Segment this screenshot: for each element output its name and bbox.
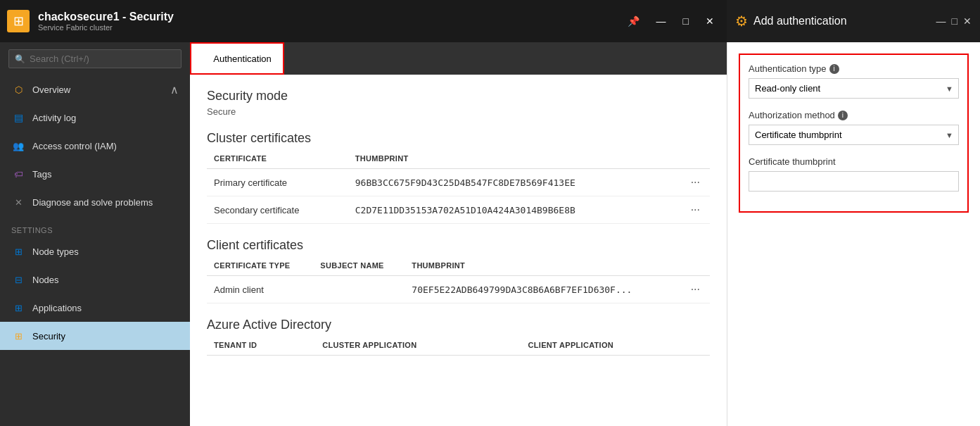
sidebar-item-diagnose-label: Diagnose and solve problems: [32, 197, 153, 208]
sidebar-item-tags-label: Tags: [32, 169, 51, 180]
client-certificates-section: Client certificates CERTIFICATE TYPE SUB…: [207, 238, 710, 303]
right-panel-body: Authentication type i Read-only client A…: [727, 42, 980, 426]
window-title: chackosecure1 - Security: [38, 11, 174, 23]
security-mode-section: Security mode Secure: [207, 89, 710, 117]
access-control-icon: 👥: [11, 139, 25, 153]
secondary-cert-label: Secondary certificate: [207, 196, 348, 224]
minimize-button[interactable]: —: [651, 13, 672, 30]
right-panel: Authentication type i Read-only client A…: [727, 42, 980, 426]
search-input[interactable]: [30, 54, 175, 64]
sidebar-item-diagnose[interactable]: ✕ Diagnose and solve problems: [0, 188, 190, 216]
search-icon: 🔍: [15, 54, 25, 64]
left-titlebar: ⊞ chackosecure1 - Security Service Fabri…: [0, 0, 727, 42]
sidebar-item-nodes-label: Nodes: [32, 275, 59, 285]
cluster-cert-title: Cluster certificates: [207, 131, 710, 146]
sidebar-item-node-types-label: Node types: [32, 246, 79, 257]
applications-icon: ⊞: [11, 301, 25, 315]
sidebar-item-nodes[interactable]: ⊟ Nodes: [0, 265, 190, 294]
sidebar-item-activity-log-label: Activity log: [32, 113, 76, 123]
col-subject-name: SUBJECT NAME: [313, 256, 405, 276]
tab-bar: + Authentication: [190, 42, 727, 75]
pin-button[interactable]: 📌: [622, 13, 645, 30]
col-certificate: CERTIFICATE: [207, 149, 348, 169]
right-close-button[interactable]: ✕: [963, 15, 972, 27]
tab-authentication-label: Authentication: [213, 54, 271, 64]
nodes-icon: ⊟: [11, 272, 25, 287]
col-client-app: CLIENT APPLICATION: [521, 335, 710, 356]
overview-icon: ⬡: [11, 82, 25, 96]
auth-method-label: Authorization method i: [749, 110, 959, 120]
admin-client-subject: [313, 276, 405, 303]
sidebar-item-applications[interactable]: ⊞ Applications: [0, 294, 190, 322]
col-cert-type: CERTIFICATE TYPE: [207, 256, 313, 276]
azure-ad-table: TENANT ID CLUSTER APPLICATION CLIENT APP…: [207, 335, 710, 356]
col-thumbprint2: THUMBPRINT: [405, 256, 680, 276]
right-titlebar: ⚙ Add authentication — □ ✕: [727, 0, 980, 42]
client-cert-table: CERTIFICATE TYPE SUBJECT NAME THUMBPRINT…: [207, 256, 710, 303]
auth-type-select[interactable]: Read-only client Admin client: [749, 78, 959, 99]
admin-client-more-button[interactable]: ···: [688, 283, 703, 295]
sidebar-item-node-types[interactable]: ⊞ Node types: [0, 237, 190, 265]
secondary-cert-thumbprint: C2D7E11DD35153A702A51D10A424A3014B9B6E8B: [348, 196, 681, 224]
auth-method-info-icon[interactable]: i: [838, 111, 848, 120]
primary-cert-thumbprint: 96BB3CC675F9D43C25D4B547FC8DE7B569F413EE: [348, 169, 681, 196]
right-app-icon: ⚙: [735, 13, 748, 30]
maximize-button[interactable]: □: [677, 13, 694, 30]
admin-client-thumbprint: 70EF5E22ADB649799DA3C8B6A6BF7EF1D630F...: [405, 276, 680, 303]
auth-form-box: Authentication type i Read-only client A…: [739, 54, 969, 213]
sidebar-item-overview[interactable]: ⬡ Overview ∧: [0, 75, 190, 104]
node-types-icon: ⊞: [11, 244, 25, 258]
sidebar-item-tags[interactable]: 🏷 Tags: [0, 160, 190, 188]
sidebar-item-applications-label: Applications: [32, 303, 82, 313]
sidebar: 🔍 ⬡ Overview ∧ ▤ Activity log 👥 Access c…: [0, 42, 190, 426]
right-minimize-button[interactable]: —: [936, 15, 946, 27]
diagnose-icon: ✕: [11, 195, 25, 209]
right-window-controls: — □ ✕: [936, 15, 972, 27]
window-subtitle: Service Fabric cluster: [38, 23, 174, 32]
secondary-cert-more-button[interactable]: ···: [688, 203, 703, 215]
cluster-cert-table: CERTIFICATE THUMBPRINT Primary certifica…: [207, 149, 710, 224]
security-icon: ⊞: [11, 329, 25, 343]
sidebar-item-overview-label: Overview: [32, 84, 70, 95]
client-cert-title: Client certificates: [207, 238, 710, 253]
table-row: Admin client 70EF5E22ADB649799DA3C8B6A6B…: [207, 276, 710, 303]
azure-ad-title: Azure Active Directory: [207, 318, 710, 332]
auth-type-select-wrapper: Read-only client Admin client ▼: [749, 78, 959, 99]
main-content: + Authentication Security mode Secure Cl…: [190, 42, 727, 426]
cert-thumbprint-input[interactable]: [749, 171, 959, 192]
sidebar-item-security[interactable]: ⊞ Security: [0, 322, 190, 350]
auth-method-section: Authorization method i Certificate thumb…: [749, 110, 959, 145]
table-row: Primary certificate 96BB3CC675F9D43C25D4…: [207, 169, 710, 196]
cert-thumbprint-section: Certificate thumbprint: [749, 156, 959, 192]
content-body: Security mode Secure Cluster certificate…: [190, 75, 727, 426]
azure-ad-section: Azure Active Directory TENANT ID CLUSTER…: [207, 318, 710, 356]
admin-client-label: Admin client: [207, 276, 313, 303]
auth-method-select-wrapper: Certificate thumbprint Certificate commo…: [749, 125, 959, 145]
cluster-certificates-section: Cluster certificates CERTIFICATE THUMBPR…: [207, 131, 710, 224]
search-box[interactable]: 🔍: [8, 49, 182, 68]
tab-plus-icon: +: [203, 52, 209, 65]
sidebar-item-security-label: Security: [32, 331, 65, 342]
settings-section-label: SETTINGS: [0, 216, 190, 237]
app-icon: ⊞: [7, 10, 30, 32]
sidebar-item-access-control[interactable]: 👥 Access control (IAM): [0, 132, 190, 160]
sidebar-item-access-label: Access control (IAM): [32, 141, 117, 151]
right-window-title: Add authentication: [753, 15, 847, 27]
tags-icon: 🏷: [11, 167, 25, 181]
primary-cert-label: Primary certificate: [207, 169, 348, 196]
security-mode-title: Security mode: [207, 89, 710, 104]
auth-method-select[interactable]: Certificate thumbprint Certificate commo…: [749, 125, 959, 145]
security-mode-value: Secure: [207, 106, 710, 117]
col-cluster-app: CLUSTER APPLICATION: [315, 335, 521, 356]
primary-cert-more-button[interactable]: ···: [688, 176, 703, 188]
sidebar-item-activity-log[interactable]: ▤ Activity log: [0, 104, 190, 132]
right-maximize-button[interactable]: □: [952, 15, 957, 27]
close-button[interactable]: ✕: [700, 13, 720, 30]
auth-type-info-icon[interactable]: i: [829, 64, 839, 74]
tab-authentication[interactable]: + Authentication: [190, 42, 284, 75]
table-row: Secondary certificate C2D7E11DD35153A702…: [207, 196, 710, 224]
col-thumbprint: THUMBPRINT: [348, 149, 681, 169]
auth-type-section: Authentication type i Read-only client A…: [749, 63, 959, 99]
collapse-icon[interactable]: ∧: [170, 83, 179, 96]
cert-thumbprint-label: Certificate thumbprint: [749, 156, 959, 167]
